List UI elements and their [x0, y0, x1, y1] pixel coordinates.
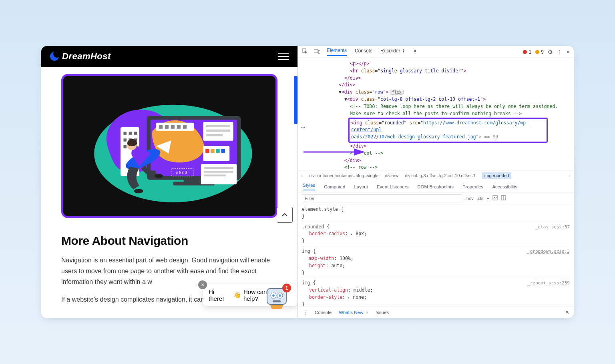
svg-rect-24 — [206, 130, 230, 132]
page-scrollbar[interactable] — [294, 76, 297, 124]
styles-subtabs: Styles Computed Layout Event Listeners D… — [298, 181, 574, 192]
inspect-icon[interactable] — [302, 48, 308, 55]
subtab-event-listeners[interactable]: Event Listeners — [377, 184, 408, 189]
drawer-tab-console[interactable]: Console — [315, 310, 332, 315]
hero-illustration: a b c d — [66, 78, 273, 214]
svg-rect-19 — [171, 125, 175, 128]
styles-filter-input[interactable] — [302, 194, 462, 202]
svg-rect-18 — [165, 125, 169, 128]
svg-rect-30 — [221, 149, 225, 153]
devtools-toolbar: Elements Console Recorder » 1 9 ⚙ ⋮ × — [298, 46, 574, 58]
chevron-right-icon[interactable]: › — [569, 173, 571, 178]
svg-rect-46 — [273, 300, 281, 302]
brand-mark-icon — [50, 52, 59, 61]
styles-filter-bar: :hov .cls + — [298, 192, 574, 204]
subtab-accessibility[interactable]: Accessibility — [492, 184, 517, 189]
more-icon[interactable]: ⋮ — [557, 49, 563, 55]
scroll-to-top-button[interactable] — [277, 207, 293, 223]
subtab-computed[interactable]: Computed — [324, 184, 345, 189]
svg-rect-10 — [123, 138, 127, 142]
tab-recorder[interactable]: Recorder — [380, 48, 406, 56]
svg-rect-29 — [216, 149, 219, 153]
dom-breadcrumbs[interactable]: ‹ div.container.container--blog--single … — [298, 170, 574, 181]
flex-badge[interactable]: flex — [390, 90, 404, 95]
warnings-badge[interactable]: 9 — [535, 49, 544, 55]
settings-icon[interactable]: ⚙ — [548, 49, 553, 55]
svg-rect-27 — [205, 149, 209, 153]
drawer-tab-whats-new[interactable]: What's New — [339, 310, 363, 315]
svg-rect-23 — [206, 125, 230, 127]
device-toggle-icon[interactable] — [314, 49, 320, 55]
svg-rect-13 — [123, 145, 127, 148]
drawer-tab-issues[interactable]: Issues — [376, 310, 389, 315]
svg-rect-20 — [177, 125, 181, 128]
wave-icon: 👋 — [233, 292, 241, 299]
svg-rect-32 — [204, 167, 233, 169]
panel-layout-icon[interactable] — [501, 195, 506, 201]
svg-rect-7 — [123, 132, 127, 135]
svg-point-39 — [134, 189, 143, 193]
close-drawer-icon[interactable]: × — [565, 309, 569, 316]
subtab-styles[interactable]: Styles — [303, 183, 315, 190]
chevron-left-icon[interactable]: ‹ — [301, 173, 303, 178]
close-icon[interactable]: × — [567, 49, 570, 55]
brand-text: DreamHost — [62, 51, 111, 62]
svg-rect-21 — [183, 125, 187, 128]
svg-point-40 — [155, 174, 163, 178]
svg-rect-8 — [129, 132, 132, 135]
hero-image: a b c d — [61, 74, 277, 218]
website-pane: DreamHost — [41, 46, 297, 318]
cls-toggle[interactable]: .cls — [477, 196, 484, 201]
tab-console[interactable]: Console — [355, 48, 372, 56]
svg-rect-4 — [184, 178, 204, 182]
chat-avatar[interactable]: 1 — [265, 286, 289, 310]
svg-point-44 — [272, 294, 275, 297]
svg-text:a b c d: a b c d — [176, 170, 187, 174]
close-tab-icon[interactable]: × — [366, 310, 368, 315]
highlighted-dom-node[interactable]: <img class="rounded" src="https://www.dr… — [348, 118, 548, 143]
hov-toggle[interactable]: :hov — [465, 196, 474, 201]
subtab-properties[interactable]: Properties — [462, 184, 483, 189]
svg-rect-26 — [203, 146, 230, 161]
site-header: DreamHost — [41, 46, 297, 67]
dom-collapsed-icon[interactable]: ⋯ — [301, 123, 305, 133]
more-icon[interactable]: ⋮ — [303, 310, 308, 315]
brand-logo[interactable]: DreamHost — [50, 51, 111, 62]
devtools-drawer: ⋮ Console What's New × Issues × — [298, 306, 574, 318]
dom-tree[interactable]: ⋯ <p></p> <hr class="single-glossary-tit… — [298, 58, 574, 170]
svg-rect-25 — [206, 134, 223, 136]
chevron-up-icon — [281, 211, 288, 218]
svg-rect-17 — [159, 125, 163, 128]
svg-rect-48 — [314, 50, 318, 53]
svg-rect-9 — [134, 132, 137, 135]
close-icon[interactable]: × — [198, 280, 207, 289]
svg-rect-33 — [204, 171, 233, 173]
article-heading: More About Navigation — [61, 234, 277, 248]
computed-toggle-icon[interactable] — [492, 195, 498, 201]
svg-rect-49 — [318, 50, 320, 54]
subtab-layout[interactable]: Layout — [354, 184, 368, 189]
svg-rect-28 — [211, 149, 214, 153]
svg-point-45 — [279, 294, 281, 297]
tab-elements[interactable]: Elements — [327, 48, 347, 56]
svg-rect-34 — [204, 174, 225, 176]
article-paragraph: Navigation is an essential part of web d… — [61, 255, 277, 288]
tabs-overflow-icon[interactable]: » — [414, 48, 416, 56]
new-style-rule-icon[interactable]: + — [486, 196, 489, 201]
styles-rules[interactable]: element.style {}_ctas.scss:37.rounded {b… — [298, 204, 574, 306]
devtools-panel: Elements Console Recorder » 1 9 ⚙ ⋮ × ⋯ … — [297, 46, 574, 318]
subtab-dom-breakpoints[interactable]: DOM Breakpoints — [417, 184, 454, 189]
errors-badge[interactable]: 1 — [523, 49, 531, 55]
notification-badge: 1 — [282, 284, 291, 292]
hamburger-menu-icon[interactable] — [278, 53, 289, 60]
